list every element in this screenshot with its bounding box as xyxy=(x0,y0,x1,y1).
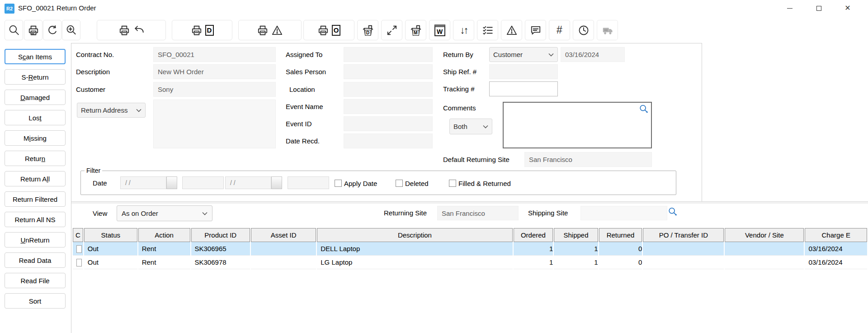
return-by-date-field[interactable]: 03/16/2024 xyxy=(561,47,625,62)
printer-icon xyxy=(118,24,130,36)
search-button[interactable] xyxy=(5,20,23,40)
warning-icon xyxy=(271,24,283,36)
ship-ref-field[interactable] xyxy=(489,64,558,79)
grid-row-2[interactable]: Out Rent SK306978 LG Laptop 1 1 0 03/16/… xyxy=(73,256,867,269)
chevron-down-icon xyxy=(548,53,554,57)
return-address-dropdown[interactable]: Return Address xyxy=(77,103,146,118)
sidebar-button-return-filtered[interactable]: Return Filtered xyxy=(5,191,66,207)
filter-date-from-picker-button[interactable] xyxy=(166,176,177,189)
word-export-button[interactable]: W xyxy=(429,20,450,40)
time-button[interactable] xyxy=(573,20,594,40)
sidebar-button-scan-items[interactable]: Scan Items xyxy=(5,49,66,64)
event-name-field[interactable] xyxy=(344,99,433,114)
location-label: Location xyxy=(289,82,315,97)
print-button[interactable] xyxy=(24,20,42,40)
maximize-button[interactable] xyxy=(807,0,830,16)
zoom-in-button[interactable] xyxy=(62,20,80,40)
col-header-vendor-site[interactable]: Vendor / Site xyxy=(725,228,804,242)
comments-scope-dropdown[interactable]: Both xyxy=(449,119,492,134)
minimize-button[interactable] xyxy=(778,0,801,16)
comments-search-icon[interactable] xyxy=(639,104,649,114)
comments-textarea[interactable] xyxy=(503,102,652,148)
col-header-ordered[interactable]: Ordered xyxy=(514,228,553,242)
sidebar-button-lost[interactable]: Lost xyxy=(5,110,66,125)
assigned-to-field[interactable] xyxy=(344,47,433,62)
filter-date-to-aux-field[interactable] xyxy=(288,176,329,189)
cell-description: DELL Laptop xyxy=(317,242,512,256)
letter-o-icon: O xyxy=(332,25,341,36)
deleted-checkbox[interactable] xyxy=(396,180,403,187)
comments-button[interactable] xyxy=(525,20,546,40)
description-field[interactable]: New WH Order xyxy=(153,64,276,79)
print-order-button[interactable]: O xyxy=(303,20,354,40)
print-delivery-note-button[interactable]: D xyxy=(172,20,232,40)
warning-button[interactable] xyxy=(501,20,522,40)
returning-site-field[interactable]: San Francisco xyxy=(437,206,519,220)
sidebar-button-damaged[interactable]: Damaged xyxy=(5,90,66,105)
tracking-field[interactable] xyxy=(489,81,558,96)
refresh-button[interactable] xyxy=(43,20,61,40)
cart-delivery-button[interactable]: D xyxy=(357,20,378,40)
sales-person-field[interactable] xyxy=(344,64,433,79)
cart-move-button[interactable]: M xyxy=(405,20,426,40)
filter-date-from-aux-field[interactable] xyxy=(182,176,224,189)
col-header-returned[interactable]: Returned xyxy=(599,228,642,242)
sidebar-button-s-return[interactable]: S-Return xyxy=(5,69,66,85)
truck-button-disabled xyxy=(597,20,618,40)
print-undo-button[interactable] xyxy=(97,20,166,40)
sidebar-button-missing[interactable]: Missing xyxy=(5,130,66,146)
sidebar-button-return-all-ns[interactable]: Return All NS xyxy=(5,212,66,227)
col-header-product-id[interactable]: Product ID xyxy=(191,228,250,242)
col-header-asset-id[interactable]: Asset ID xyxy=(251,228,316,242)
shipping-site-field[interactable] xyxy=(580,206,667,220)
print-warning-button[interactable] xyxy=(238,20,302,40)
col-header-action[interactable]: Action xyxy=(138,228,190,242)
col-header-shipped[interactable]: Shipped xyxy=(554,228,598,242)
sidebar-button-return[interactable]: Return xyxy=(5,151,66,166)
col-header-check[interactable]: C xyxy=(73,228,83,242)
return-by-dropdown[interactable]: Customer xyxy=(489,47,558,62)
cart-m-icon: M xyxy=(410,24,422,36)
default-returning-site-field[interactable]: San Francisco xyxy=(524,152,652,167)
maximize-icon xyxy=(816,6,821,11)
col-header-charge[interactable]: Charge E xyxy=(805,228,867,242)
contract-no-field[interactable]: SFO_00021 xyxy=(153,47,276,62)
word-doc-icon: W xyxy=(434,24,445,36)
col-header-po-transfer-id[interactable]: PO / Transfer ID xyxy=(643,228,724,242)
location-field[interactable] xyxy=(344,82,433,97)
expand-arrows-icon xyxy=(386,24,398,36)
filter-date-to-field[interactable]: / / xyxy=(225,176,271,189)
event-name-label: Event Name xyxy=(286,99,323,114)
sidebar-button-unreturn[interactable]: UnReturn xyxy=(5,232,66,247)
filter-date-from-field[interactable]: / / xyxy=(120,176,166,189)
row-checkbox[interactable] xyxy=(76,245,82,253)
shipping-site-search-icon[interactable] xyxy=(668,207,678,217)
return-address-textarea[interactable] xyxy=(153,100,276,148)
letter-d-icon: D xyxy=(205,25,214,36)
filter-date-to-picker-button[interactable] xyxy=(271,176,282,189)
sidebar-button-sort[interactable]: Sort xyxy=(5,293,66,309)
return-by-dropdown-value: Customer xyxy=(493,51,523,58)
view-dropdown[interactable]: As on Order xyxy=(117,205,212,221)
filled-returned-checkbox[interactable] xyxy=(449,180,456,187)
grid-row-1[interactable]: Out Rent SK306965 DELL Laptop 1 1 0 03/1… xyxy=(73,242,867,256)
sort-order-button[interactable]: ↓↑ xyxy=(453,20,474,40)
checklist-button[interactable] xyxy=(477,20,498,40)
event-id-field[interactable] xyxy=(344,116,433,131)
apply-date-checkbox[interactable] xyxy=(335,180,342,187)
sidebar-button-return-all[interactable]: Return All xyxy=(5,171,66,186)
col-header-status[interactable]: Status xyxy=(84,228,137,242)
sidebar-button-read-file[interactable]: Read File xyxy=(5,273,66,288)
close-button[interactable]: ✕ xyxy=(836,0,859,16)
numbers-button[interactable]: # xyxy=(549,20,570,40)
col-header-description[interactable]: Description xyxy=(317,228,512,242)
filter-legend: Filter xyxy=(85,167,102,174)
cell-vendor-site xyxy=(725,256,804,269)
panel-divider-vertical xyxy=(71,43,71,333)
customer-field[interactable]: Sony xyxy=(153,82,276,97)
row-checkbox[interactable] xyxy=(76,259,82,266)
sidebar-button-read-data[interactable]: Read Data xyxy=(5,252,66,268)
expand-button[interactable] xyxy=(381,20,402,40)
date-recd-field[interactable] xyxy=(344,133,433,148)
truck-icon xyxy=(602,24,613,36)
